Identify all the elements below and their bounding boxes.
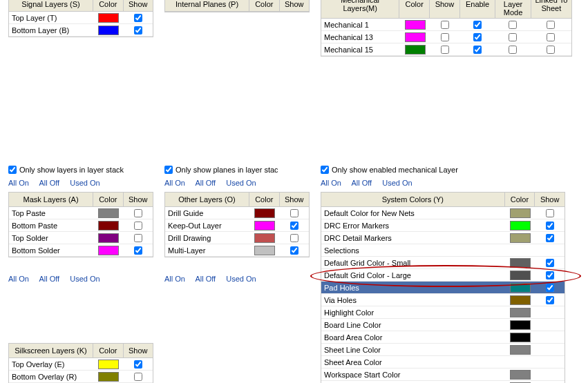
single-cell[interactable] [495,19,531,30]
color-swatch[interactable] [98,233,119,243]
single-cell-checkbox[interactable] [509,46,517,54]
color-swatch[interactable] [510,370,531,380]
show-checkbox[interactable] [134,234,142,242]
show-cell[interactable] [535,306,565,318]
system-color-name[interactable]: Default Grid Color - Small [321,257,505,268]
show-cell[interactable] [535,257,565,268]
only-show-mechanical[interactable]: Only show enabled mechanical Layer [321,166,458,174]
color-swatch-cell[interactable] [505,232,535,244]
show-checkbox[interactable] [546,209,554,217]
system-color-name[interactable]: Default Color for New Nets [321,207,505,219]
system-color-name[interactable]: Sheet Area Color [321,356,505,368]
table-row[interactable]: Mechanical 15 [321,43,571,56]
table-row[interactable]: Drill Guide [165,207,309,219]
linked-cell[interactable] [531,43,571,55]
table-row[interactable]: Mechanical 13 [321,31,571,43]
color-swatch-cell[interactable] [400,43,430,55]
show-cell[interactable] [535,344,565,355]
all-on-link[interactable]: All On [164,275,193,283]
all-on-link[interactable]: All On [8,275,37,283]
used-on-link[interactable]: Used On [70,275,108,283]
system-color-name[interactable]: Via Holes [321,294,505,306]
used-on-link[interactable]: Used On [226,275,264,283]
color-swatch-cell[interactable] [505,244,535,256]
layer-name[interactable]: Drill Guide [165,207,249,219]
layer-name[interactable]: Top Solder [9,232,93,244]
show-checkbox[interactable] [134,14,142,22]
color-swatch[interactable] [98,221,119,230]
color-swatch-cell[interactable] [93,219,123,231]
color-swatch-cell[interactable] [505,344,535,355]
table-row[interactable]: Top Overlay (E) [9,358,153,371]
linked-cell-checkbox[interactable] [547,33,555,41]
show-cell[interactable] [123,358,153,370]
layer-name[interactable]: Mechanical 15 [321,43,400,55]
color-swatch[interactable] [510,308,531,317]
table-row[interactable]: Drill Drawing [165,232,309,244]
table-row[interactable]: Multi-Layer [165,244,309,257]
color-swatch-cell[interactable] [505,306,535,318]
table-row[interactable]: Pad Holes [321,282,565,294]
single-cell-checkbox[interactable] [509,21,517,29]
table-row[interactable]: Bottom Layer (B) [9,24,153,37]
linked-cell-checkbox[interactable] [547,21,555,29]
only-show-signal-checkbox[interactable] [8,166,17,174]
system-color-name[interactable]: DRC Detail Markers [321,232,505,244]
show-cell[interactable] [535,369,565,380]
table-row[interactable]: Via Holes [321,294,565,306]
only-show-planes[interactable]: Only show planes in layer stac [164,166,278,174]
table-row[interactable]: Top Solder [9,232,153,244]
single-cell[interactable] [495,43,531,55]
layer-name[interactable]: Drill Drawing [165,232,249,244]
show-checkbox[interactable] [546,234,554,242]
color-swatch-cell[interactable] [505,219,535,231]
single-cell[interactable] [495,31,531,43]
show-cell[interactable] [123,232,153,244]
color-swatch-cell[interactable] [249,244,279,256]
color-swatch-cell[interactable] [93,358,123,370]
system-color-name[interactable]: Default Grid Color - Large [321,269,505,281]
show-cell[interactable] [279,232,309,244]
layer-name[interactable]: Multi-Layer [165,244,249,256]
show-cell[interactable] [123,219,153,231]
table-row[interactable]: Bottom Overlay (R) [9,371,153,383]
color-swatch[interactable] [510,271,531,280]
enable-cell-checkbox[interactable] [473,21,482,29]
show-checkbox[interactable] [134,373,142,381]
used-on-link[interactable]: Used On [70,179,108,187]
show-checkbox[interactable] [546,284,554,292]
color-swatch-cell[interactable] [505,282,535,293]
enable-cell-checkbox[interactable] [473,46,482,54]
layer-name[interactable]: Bottom Paste [9,219,93,231]
color-swatch-cell[interactable] [505,207,535,219]
show-cell[interactable] [123,24,153,36]
layer-name[interactable]: Keep-Out Layer [165,219,249,231]
table-row[interactable]: Workspace Start Color [321,369,565,381]
show-checkbox[interactable] [134,360,142,369]
table-row[interactable]: Top Paste [9,207,153,219]
color-swatch[interactable] [98,208,119,218]
show-cell-checkbox[interactable] [441,33,449,41]
enable-cell[interactable] [460,19,495,30]
color-swatch[interactable] [510,283,531,293]
show-cell[interactable] [279,219,309,231]
system-color-name[interactable]: Sheet Line Color [321,344,505,355]
enable-cell[interactable] [460,43,495,55]
show-checkbox[interactable] [546,259,554,267]
color-swatch-cell[interactable] [93,24,123,36]
color-swatch[interactable] [98,360,119,369]
table-row[interactable]: Mechanical 1 [321,19,571,31]
color-swatch[interactable] [98,246,119,255]
table-row[interactable]: Default Grid Color - Small [321,257,565,269]
layer-name[interactable]: Bottom Overlay (R) [9,371,93,382]
system-color-name[interactable]: DRC Error Markers [321,219,505,231]
show-checkbox[interactable] [134,209,142,217]
table-row[interactable]: Sheet Line Color [321,344,565,356]
show-cell[interactable] [535,356,565,368]
all-on-link[interactable]: All On [321,179,350,187]
color-swatch[interactable] [405,32,426,42]
show-checkbox[interactable] [290,246,298,255]
show-cell[interactable] [123,371,153,382]
show-cell[interactable] [430,31,459,43]
only-show-signal[interactable]: Only show layers in layer stack [8,166,124,174]
